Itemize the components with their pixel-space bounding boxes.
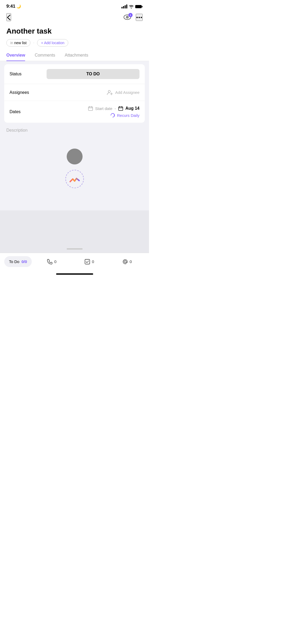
status-button[interactable]: TO DO: [47, 69, 139, 79]
tab-attachments[interactable]: Attachments: [65, 50, 88, 61]
recurs-label: Recurs Daily: [117, 113, 139, 118]
meta-separator: ·: [33, 40, 34, 45]
svg-point-8: [108, 90, 110, 93]
status-value-wrap: TO DO: [44, 69, 139, 79]
recurs-button[interactable]: Recurs Daily: [110, 113, 139, 118]
assignees-row: Assignees Add Assignee: [4, 84, 145, 101]
svg-rect-0: [135, 5, 142, 8]
svg-point-20: [124, 261, 126, 263]
status-icons: [121, 4, 143, 9]
svg-rect-1: [142, 6, 143, 7]
list-tag[interactable]: in new list: [6, 39, 30, 47]
nav-bar: 1: [0, 11, 149, 24]
more-options-button[interactable]: [136, 14, 143, 21]
mentions-action[interactable]: 0: [109, 259, 145, 265]
date-range-line[interactable]: Start date - Aug 14: [88, 106, 139, 111]
list-name: new list: [14, 41, 27, 45]
status-label: Status: [10, 72, 44, 76]
list-prefix: in: [10, 41, 13, 45]
task-title: Another task: [6, 27, 143, 35]
phone-count: 0: [54, 259, 56, 264]
battery-icon: [135, 4, 143, 9]
start-date-label: Start date: [95, 106, 112, 111]
task-meta: in new list · + Add location: [6, 39, 143, 47]
svg-point-6: [139, 17, 140, 18]
status-row: Status TO DO: [4, 64, 145, 84]
checklist-icon: [84, 259, 90, 265]
add-assignee-label: Add Assignee: [115, 90, 139, 95]
time-display: 9:41: [6, 4, 15, 9]
add-location-button[interactable]: + Add location: [37, 39, 68, 47]
signal-icon: [121, 4, 127, 8]
nav-right-actions: 1: [124, 14, 143, 21]
wifi-icon: [129, 4, 134, 9]
svg-point-7: [141, 17, 142, 18]
back-button[interactable]: [6, 13, 11, 21]
svg-rect-11: [88, 107, 93, 111]
assignees-label: Assignees: [10, 90, 44, 95]
task-header: Another task in new list · + Add locatio…: [0, 24, 149, 50]
home-bar: [56, 273, 93, 275]
loading-spinner: [65, 170, 84, 188]
tab-overview[interactable]: Overview: [6, 50, 25, 61]
assignees-value: Add Assignee: [44, 89, 139, 96]
description-label: Description: [6, 128, 143, 133]
watchers-button[interactable]: 1: [124, 15, 131, 20]
details-card: Status TO DO Assignees Add Assignee: [4, 64, 145, 123]
status-bar: 9:41 🌙: [0, 0, 149, 11]
loading-area: [6, 138, 143, 204]
end-date-value: Aug 14: [125, 106, 139, 111]
dates-value: Start date - Aug 14: [44, 106, 139, 118]
svg-point-5: [137, 17, 138, 18]
main-content: Status TO DO Assignees Add Assignee: [0, 61, 149, 210]
todo-count: 0/0: [21, 259, 27, 264]
bottom-spacer: [0, 210, 149, 253]
tab-comments[interactable]: Comments: [35, 50, 55, 61]
dates-label: Dates: [10, 109, 44, 114]
watcher-badge: 1: [128, 13, 133, 17]
tabs-bar: Overview Comments Attachments: [0, 50, 149, 61]
phone-icon: [47, 259, 53, 265]
add-assignee-button[interactable]: Add Assignee: [107, 89, 139, 96]
checklist-action[interactable]: 0: [71, 259, 107, 265]
drag-handle: [67, 248, 83, 250]
svg-rect-15: [119, 107, 123, 111]
dates-values: Start date - Aug 14: [88, 106, 139, 118]
description-section: Description: [0, 123, 149, 207]
loading-circle: [67, 149, 83, 164]
mentions-count: 0: [130, 259, 132, 264]
svg-point-4: [127, 17, 128, 18]
status-time: 9:41 🌙: [6, 4, 21, 9]
bottom-bar: To Do 0/0 0 0 0: [0, 253, 149, 271]
phone-action[interactable]: 0: [34, 259, 69, 265]
todo-status-button[interactable]: To Do 0/0: [4, 256, 32, 267]
date-separator: -: [115, 106, 116, 111]
svg-rect-19: [85, 259, 90, 264]
home-indicator: [0, 271, 149, 278]
moon-icon: 🌙: [16, 4, 21, 8]
mention-icon: [122, 259, 128, 265]
clickup-logo: [69, 173, 80, 185]
todo-label: To Do: [9, 259, 19, 264]
dates-row: Dates Start date -: [4, 101, 145, 123]
checklist-count: 0: [92, 259, 94, 264]
